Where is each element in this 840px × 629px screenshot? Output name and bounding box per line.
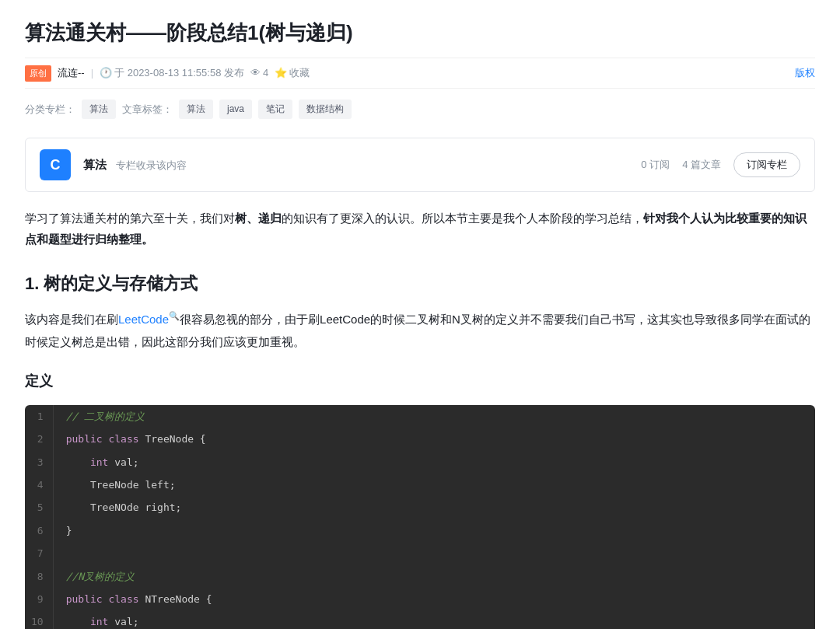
intro-bold1: 树、递归 [235,211,282,225]
code-line: 2public class TreeNode { [25,428,815,450]
publish-time: 于 2023-08-13 11:55:58 发布 [114,65,244,82]
view-icon: 👁 [250,65,261,82]
column-name-row: 算法 专栏收录该内容 [83,155,628,175]
collect-icon: ⭐ [275,65,287,82]
line-code: } [53,519,815,542]
code-block: 1// 二叉树的定义2public class TreeNode {3 int … [25,405,815,629]
line-code: public class TreeNode { [53,428,815,450]
line-code: TreeNOde right; [53,496,815,519]
code-table: 1// 二叉树的定义2public class TreeNode {3 int … [25,405,815,629]
intro-text-before: 学习了算法通关村的第六至十关，我们对 [25,211,235,225]
intro-text-middle: 的知识有了更深入的认识。所以本节主要是我个人本阶段的学习总结， [282,211,643,225]
copyright-link[interactable]: 版权 [795,65,815,82]
line-number: 6 [25,519,53,542]
code-line: 6} [25,519,815,542]
code-line: 4 TreeNode left; [25,473,815,496]
section1-text-before: 该内容是我们在刷 [25,313,118,326]
code-line: 3 int val; [25,451,815,473]
line-number: 3 [25,451,53,473]
page-container: 算法通关村——阶段总结1(树与递归) 原创 流连-- | 🕐 于 2023-08… [0,0,840,629]
time-meta: 🕐 于 2023-08-13 11:55:58 发布 [100,65,244,82]
column-desc: 专栏收录该内容 [116,159,187,171]
line-number: 9 [25,588,53,610]
line-code: int val; [53,451,815,473]
tag-0[interactable]: 算法 [179,100,213,118]
line-code: public class NTreeNode { [53,588,815,610]
code-line: 10 int val; [25,610,815,629]
author-name[interactable]: 流连-- [58,65,85,82]
section1-heading: 1. 树的定义与存储方式 [25,268,815,299]
collect-label: 收藏 [289,65,310,82]
code-line: 9public class NTreeNode { [25,588,815,610]
line-number: 8 [25,565,53,588]
line-number: 2 [25,428,53,450]
article-title: 算法通关村——阶段总结1(树与递归) [25,19,815,47]
column-articles: 4 篇文章 [682,156,721,173]
category-label: 分类专栏： [25,101,75,118]
column-card: C 算法 专栏收录该内容 0 订阅 4 篇文章 订阅专栏 [25,138,815,192]
column-name[interactable]: 算法 [83,158,107,171]
line-code: int val; [53,610,815,629]
tags-bar: 分类专栏： 算法 文章标签： 算法 java 笔记 数据结构 [25,95,815,126]
column-stats: 0 订阅 4 篇文章 [641,156,721,173]
code-line: 8//N叉树的定义 [25,565,815,588]
line-code: // 二叉树的定义 [53,405,815,428]
code-line: 5 TreeNOde right; [25,496,815,519]
leetcode-link[interactable]: LeetCode [118,313,169,326]
line-code [53,542,815,564]
link-search-icon: 🔍 [169,311,180,320]
view-count: 4 [263,65,268,82]
column-subscriptions: 0 订阅 [641,156,670,173]
tag-3[interactable]: 数据结构 [299,100,352,118]
column-icon: C [40,149,71,180]
line-code: //N叉树的定义 [53,565,815,588]
line-number: 4 [25,473,53,496]
view-meta: 👁 4 [250,65,268,82]
meta-divider-1: | [91,65,93,82]
article-body: 学习了算法通关村的第六至十关，我们对树、递归的知识有了更深入的认识。所以本节主要… [25,208,815,629]
column-info: 算法 专栏收录该内容 [83,155,628,175]
tag-1[interactable]: java [219,100,252,118]
collect-meta[interactable]: ⭐ 收藏 [275,65,310,82]
definition-heading: 定义 [25,369,815,393]
time-icon: 🕐 [100,65,112,82]
article-tag-label: 文章标签： [122,101,173,118]
category-tag[interactable]: 算法 [82,100,116,118]
section1-paragraph: 该内容是我们在刷LeetCode🔍很容易忽视的部分，由于刷LeetCode的时候… [25,308,815,353]
line-number: 1 [25,405,53,428]
line-number: 10 [25,610,53,629]
code-line: 7 [25,542,815,564]
line-code: TreeNode left; [53,473,815,496]
meta-bar: 原创 流连-- | 🕐 于 2023-08-13 11:55:58 发布 👁 4… [25,58,815,89]
code-line: 1// 二叉树的定义 [25,405,815,428]
line-number: 5 [25,496,53,519]
intro-paragraph: 学习了算法通关村的第六至十关，我们对树、递归的知识有了更深入的认识。所以本节主要… [25,208,815,250]
line-number: 7 [25,542,53,564]
tag-2[interactable]: 笔记 [258,100,292,118]
subscribe-button[interactable]: 订阅专栏 [733,152,800,177]
original-badge: 原创 [25,65,51,82]
